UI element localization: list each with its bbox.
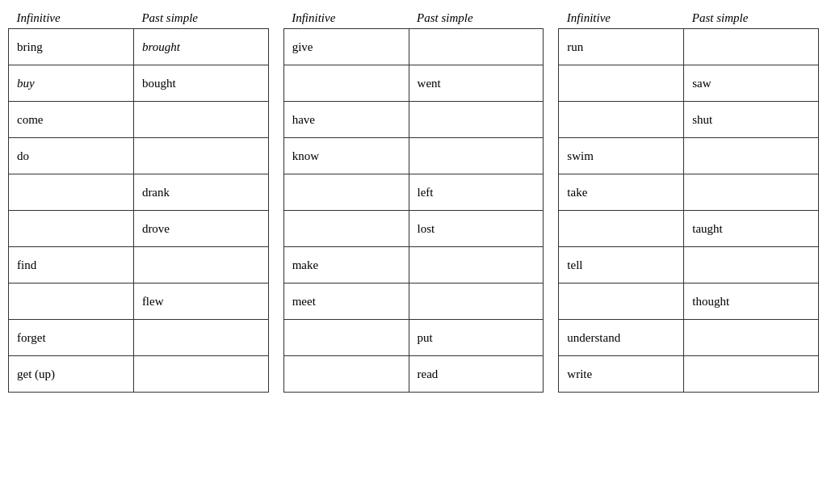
cell-past-simple: shut (684, 102, 819, 138)
table-row: write (559, 356, 819, 393)
cell-infinitive: give (283, 29, 409, 65)
cell-past-simple: put (409, 320, 544, 356)
cell-past-simple (684, 138, 819, 174)
table-row: went (283, 65, 544, 102)
cell-infinitive: take (559, 174, 684, 211)
cell-past-simple (409, 138, 544, 174)
verb-table-1: InfinitivePast simplebringbroughtbuyboug… (8, 8, 269, 393)
verb-table-2: InfinitivePast simplegivewenthaveknowlef… (283, 8, 544, 393)
cell-infinitive: find (9, 247, 134, 284)
table-row: bringbrought (9, 29, 269, 65)
table-row: flew (9, 284, 269, 320)
cell-past-simple: flew (133, 284, 268, 320)
cell-past-simple (133, 138, 268, 174)
table-row: forget (9, 320, 269, 356)
tables-container: InfinitivePast simplebringbroughtbuyboug… (8, 8, 819, 393)
header-infinitive: Infinitive (9, 8, 134, 29)
header-past-simple: Past simple (133, 8, 268, 29)
table-row: thought (559, 284, 819, 320)
cell-infinitive: swim (559, 138, 684, 174)
cell-infinitive (9, 284, 134, 320)
table-row: taught (559, 211, 819, 247)
cell-infinitive: come (9, 102, 134, 138)
cell-infinitive (9, 174, 134, 211)
cell-infinitive (283, 320, 409, 356)
cell-infinitive (9, 211, 134, 247)
cell-infinitive: have (283, 102, 409, 138)
cell-past-simple (133, 102, 268, 138)
cell-infinitive: bring (9, 29, 134, 65)
cell-past-simple (409, 29, 544, 65)
cell-infinitive: buy (9, 65, 134, 102)
verb-table-3: InfinitivePast simplerunsawshutswimtaket… (558, 8, 819, 393)
table-row: read (283, 356, 544, 393)
cell-past-simple: drank (133, 174, 268, 211)
cell-past-simple: brought (133, 29, 268, 65)
table-row: put (283, 320, 544, 356)
table-row: come (9, 102, 269, 138)
cell-infinitive (559, 211, 684, 247)
header-past-simple: Past simple (409, 8, 544, 29)
cell-past-simple (684, 174, 819, 211)
cell-past-simple: went (409, 65, 544, 102)
cell-infinitive: run (559, 29, 684, 65)
cell-infinitive (283, 65, 409, 102)
table-row: make (283, 247, 544, 284)
cell-past-simple (684, 247, 819, 284)
table-row: tell (559, 247, 819, 284)
table-row: know (283, 138, 544, 174)
table-row: understand (559, 320, 819, 356)
cell-past-simple (409, 102, 544, 138)
header-infinitive: Infinitive (283, 8, 409, 29)
cell-past-simple: thought (684, 284, 819, 320)
table-separator (544, 8, 558, 393)
table-row: do (9, 138, 269, 174)
cell-infinitive (559, 102, 684, 138)
cell-past-simple: drove (133, 211, 268, 247)
cell-infinitive (559, 284, 684, 320)
cell-infinitive: know (283, 138, 409, 174)
cell-infinitive: get (up) (9, 356, 134, 393)
cell-infinitive: do (9, 138, 134, 174)
cell-infinitive (283, 356, 409, 393)
cell-past-simple (133, 247, 268, 284)
table-row: drove (9, 211, 269, 247)
table-row: swim (559, 138, 819, 174)
cell-past-simple: taught (684, 211, 819, 247)
cell-past-simple: left (409, 174, 544, 211)
cell-infinitive: forget (9, 320, 134, 356)
cell-past-simple (133, 320, 268, 356)
cell-past-simple (409, 247, 544, 284)
table-row: have (283, 102, 544, 138)
cell-past-simple (684, 29, 819, 65)
cell-infinitive: tell (559, 247, 684, 284)
cell-past-simple: read (409, 356, 544, 393)
cell-past-simple (133, 356, 268, 393)
cell-past-simple (684, 320, 819, 356)
table-row: left (283, 174, 544, 211)
cell-infinitive (283, 174, 409, 211)
cell-infinitive: make (283, 247, 409, 284)
cell-past-simple: saw (684, 65, 819, 102)
table-row: get (up) (9, 356, 269, 393)
table-row: find (9, 247, 269, 284)
cell-infinitive: understand (559, 320, 684, 356)
page-wrapper: InfinitivePast simplebringbroughtbuyboug… (8, 8, 819, 393)
table-row: meet (283, 284, 544, 320)
header-infinitive: Infinitive (559, 8, 684, 29)
cell-infinitive: write (559, 356, 684, 393)
table-row: drank (9, 174, 269, 211)
table-separator (269, 8, 283, 393)
cell-past-simple: lost (409, 211, 544, 247)
header-past-simple: Past simple (684, 8, 819, 29)
table-row: run (559, 29, 819, 65)
table-row: take (559, 174, 819, 211)
table-row: buybought (9, 65, 269, 102)
cell-infinitive (559, 65, 684, 102)
table-row: give (283, 29, 544, 65)
cell-infinitive: meet (283, 284, 409, 320)
table-row: shut (559, 102, 819, 138)
table-row: lost (283, 211, 544, 247)
cell-past-simple (684, 356, 819, 393)
cell-past-simple (409, 284, 544, 320)
